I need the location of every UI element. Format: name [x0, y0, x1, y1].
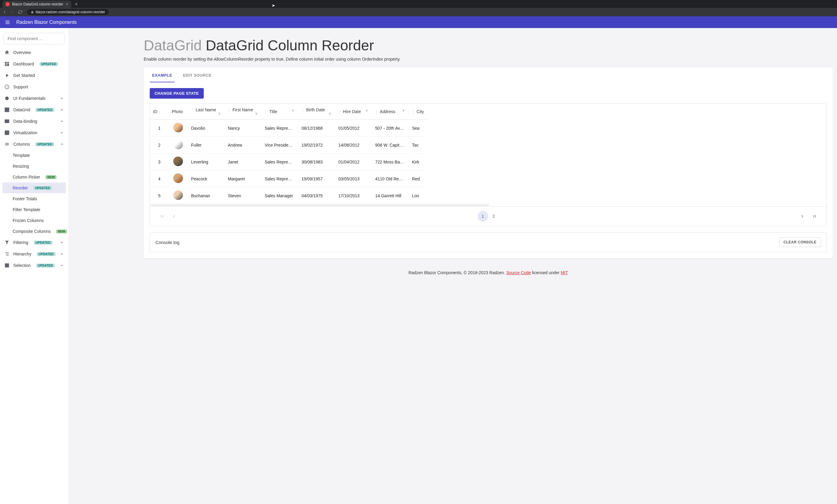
sidebar-item-template[interactable]: Template [0, 150, 68, 161]
cell-city: Sea [408, 120, 427, 137]
sidebar-item-filtering[interactable]: Filtering UPDATED [0, 237, 68, 248]
col-header-photo[interactable]: Photo [169, 104, 188, 120]
sidebar-item-frozen-columns[interactable]: Frozen Columns [0, 215, 68, 226]
col-header-hire-date[interactable]: ⋮ Hire Date [335, 104, 372, 120]
pager-last-button[interactable] [809, 211, 820, 222]
col-header-city[interactable]: ⋮ City [408, 104, 427, 120]
cell-photo [169, 170, 188, 187]
sidebar-item-filter-template[interactable]: Filter Template [0, 204, 68, 215]
cell-hire-date: 03/05/2013 [335, 170, 372, 187]
sidebar-item-support[interactable]: ? Support [0, 81, 68, 93]
filter-icon[interactable] [328, 112, 332, 116]
drag-handle-icon[interactable]: ⋮ [301, 108, 305, 112]
main-content: DataGrid DataGrid Column Reorder Enable … [68, 28, 837, 504]
updated-badge: UPDATED [37, 252, 55, 256]
sidebar-item-data-binding[interactable]: Data-binding [0, 115, 68, 127]
chevron-up-icon [60, 142, 64, 146]
filter-icon[interactable] [218, 112, 221, 116]
reload-icon[interactable] [18, 10, 22, 14]
horizontal-scrollbar[interactable] [150, 204, 489, 206]
col-header-birth-date[interactable]: ⋮ Birth Date [298, 104, 335, 120]
svg-point-2 [5, 96, 9, 100]
sidebar-item-column-picker[interactable]: Column PickerNEW [0, 172, 68, 183]
play-icon [4, 73, 10, 78]
pager-prev-button[interactable] [169, 211, 180, 222]
change-page-state-button[interactable]: CHANGE PAGE STATE [150, 88, 204, 99]
chevron-down-icon [60, 240, 64, 245]
menu-icon[interactable] [5, 20, 10, 25]
table-row[interactable]: 1 Davolio Nancy Sales Representati... 08… [150, 120, 427, 137]
clear-console-button[interactable]: CLEAR CONSOLE [779, 237, 821, 247]
cell-photo [169, 187, 188, 204]
cell-photo [169, 153, 188, 170]
binding-icon [4, 118, 10, 124]
search-input[interactable] [4, 33, 65, 44]
help-icon: ? [4, 84, 10, 90]
col-header-last-name[interactable]: ⋮ Last Name [188, 104, 224, 120]
sidebar-item-get-started[interactable]: Get Started [0, 70, 68, 81]
sidebar-item-resizing[interactable]: Resizing [0, 161, 68, 172]
cell-title: Vice President, Sal... [261, 137, 298, 153]
mit-link[interactable]: MIT [561, 270, 568, 275]
back-icon[interactable] [2, 10, 7, 14]
cell-first-name: Margaret [224, 170, 261, 187]
pager-next-button[interactable] [797, 211, 808, 222]
sidebar-item-hierarchy[interactable]: Hierarchy UPDATED [0, 248, 68, 260]
drag-handle-icon[interactable]: ⋮ [264, 110, 269, 114]
drag-handle-icon[interactable]: ⋮ [191, 108, 195, 112]
cell-first-name: Janet [224, 153, 261, 170]
cell-photo [169, 137, 188, 153]
col-header-title[interactable]: ⋮ Title [261, 104, 298, 120]
browser-tab[interactable]: Blazor DataGrid column reorder × [2, 1, 71, 8]
col-header-id[interactable]: ID ⋮ [150, 104, 169, 120]
col-header-address[interactable]: ⋮ Address [372, 104, 408, 120]
sidebar-item-columns[interactable]: Columns UPDATED [0, 138, 68, 150]
pager-first-button[interactable] [157, 211, 167, 222]
sidebar-item-reorder[interactable]: ReorderUPDATED [2, 183, 66, 193]
drag-handle-icon[interactable]: ⋮ [375, 110, 379, 114]
table-row[interactable]: 3 Leverling Janet Sales Representati... … [150, 153, 427, 170]
chevron-down-icon [60, 263, 64, 267]
updated-badge: UPDATED [36, 264, 55, 267]
filter-icon[interactable] [254, 112, 258, 116]
sidebar-item-selection[interactable]: Selection UPDATED [0, 260, 68, 271]
drag-handle-icon[interactable]: ⋮ [338, 110, 342, 114]
sidebar-item-dashboard[interactable]: Dashboard UPDATED [0, 58, 68, 70]
filter-icon[interactable] [291, 109, 295, 113]
cell-address: 14 Garrett Hill [372, 187, 408, 204]
page-description: Enable column reorder by setting the All… [144, 57, 833, 61]
drag-handle-icon[interactable]: ⋮ [157, 110, 162, 114]
table-row[interactable]: 5 Buchanan Steven Sales Manager 04/03/19… [150, 187, 427, 204]
source-code-link[interactable]: Source Code [506, 270, 531, 275]
sidebar-item-datagrid[interactable]: DataGrid UPDATED [0, 104, 68, 115]
forward-icon[interactable] [10, 10, 15, 14]
cell-address: 4110 Old Redmon... [372, 170, 408, 187]
filter-icon[interactable] [402, 109, 405, 113]
tab-edit-source[interactable]: EDIT SOURCE [180, 68, 214, 82]
drag-handle-icon[interactable]: ⋮ [227, 108, 232, 112]
sidebar-item-composite-columns[interactable]: Composite ColumnsNEW [0, 226, 68, 237]
close-icon[interactable]: × [66, 2, 68, 7]
sidebar-item-virtualization[interactable]: Virtualization [0, 127, 68, 138]
pager-page-2[interactable]: 2 [488, 211, 499, 222]
col-header-first-name[interactable]: ⋮ First Name [224, 104, 261, 120]
sidebar-item-footer-totals[interactable]: Footer Totals [0, 193, 68, 204]
mouse-cursor: ➤ [272, 3, 275, 8]
svg-text:?: ? [6, 85, 8, 89]
filter-icon [4, 240, 10, 245]
drag-handle-icon[interactable]: ⋮ [411, 110, 416, 114]
table-row[interactable]: 4 Peacock Margaret Sales Representati...… [150, 170, 427, 187]
sidebar-item-ui-fundamentals[interactable]: UI Fundamentals [0, 93, 68, 104]
address-bar: blazor.radzen.com/datagrid-column-reorde… [0, 8, 837, 16]
new-tab-button[interactable]: + [75, 1, 78, 7]
url-box[interactable]: blazor.radzen.com/datagrid-column-reorde… [27, 9, 109, 15]
filter-icon[interactable] [365, 109, 369, 113]
cell-id: 4 [150, 170, 169, 187]
footer: Radzen Blazor Components, © 2018-2023 Ra… [144, 270, 833, 275]
pager-page-1[interactable]: 1 [478, 211, 488, 222]
table-row[interactable]: 2 Fuller Andrew Vice President, Sal... 1… [150, 137, 427, 153]
gradient-icon [4, 96, 10, 101]
cell-birth-date: 19/09/1957 [298, 170, 335, 187]
tab-example[interactable]: EXAMPLE [150, 68, 175, 82]
sidebar-item-overview[interactable]: Overview [0, 47, 68, 58]
